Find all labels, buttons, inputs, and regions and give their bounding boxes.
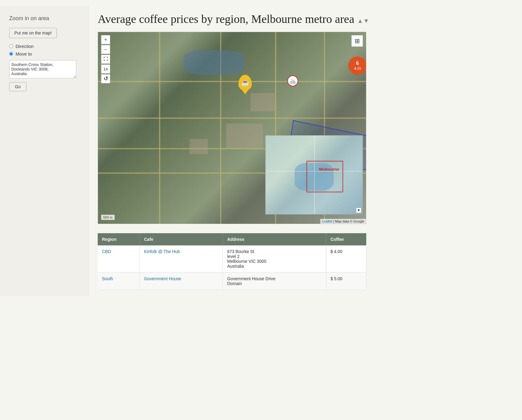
region-link-cbd[interactable]: CBD <box>102 249 111 254</box>
reset-icon: ↺ <box>103 76 108 81</box>
page-wrapper: Zoom in on area Put me on the map! Direc… <box>0 0 522 420</box>
table-body: CBD Kinfolk @ The Hub 673 Bourke Stlevel… <box>98 245 366 290</box>
region-link-south[interactable]: South <box>102 276 113 281</box>
cell-region-1: CBD <box>98 245 140 273</box>
cell-region-2: South <box>98 273 140 290</box>
sidebar-title: Zoom in on area <box>9 15 82 22</box>
minimap-background: Melbourne <box>266 136 363 214</box>
sidebar: Zoom in on area Put me on the map! Direc… <box>0 6 89 296</box>
leaflet-link[interactable]: Leaflet <box>322 219 332 223</box>
zoom-level: 14 <box>101 64 110 74</box>
direction-radio[interactable] <box>9 44 13 48</box>
scale-bar: 500 m <box>101 215 115 220</box>
map-attribution: Leaflet | Map data © Google <box>320 219 366 224</box>
direction-label[interactable]: Direction <box>16 44 34 49</box>
table-row: CBD Kinfolk @ The Hub 673 Bourke Stlevel… <box>98 245 366 273</box>
cell-coffee-1: $ 4.00 <box>326 245 366 273</box>
cell-cafe-1: Kinfolk @ The Hub <box>140 245 223 273</box>
direction-radio-row: Direction <box>9 44 82 49</box>
road <box>98 118 366 119</box>
col-address: Address <box>223 233 326 245</box>
table-header-row: Region Cafe Address Coffee <box>98 233 366 245</box>
move-to-radio-row: Move to <box>9 51 82 56</box>
coffee-pin[interactable]: ☕ <box>238 75 252 91</box>
cell-cafe-2: Government House <box>140 273 223 290</box>
minimap: Melbourne ▼ <box>265 135 363 215</box>
data-table: Region Cafe Address Coffee CBD Ki <box>98 233 366 290</box>
map-container[interactable]: + − ⛶ 14 ↺ ⊞ 6 4.15 <box>98 32 366 224</box>
cafe-link-government-house[interactable]: Government House <box>144 276 181 281</box>
zoom-out-button[interactable]: − <box>101 45 110 54</box>
title-sort-icons[interactable]: ▲▼ <box>357 17 369 24</box>
col-cafe: Cafe <box>140 233 223 245</box>
cafe-link-kinfolk[interactable]: Kinfolk @ The Hub <box>144 249 180 254</box>
cluster-marker-orange[interactable]: 6 4.15 <box>348 56 366 75</box>
collapse-icon: ▼ <box>357 208 361 213</box>
page-title: Average coffee prices by region, Melbour… <box>98 12 507 26</box>
move-to-radio[interactable] <box>9 52 13 56</box>
bike-icon: 🚲 <box>289 78 296 84</box>
minimap-collapse-button[interactable]: ▼ <box>356 208 361 213</box>
address-textarea[interactable]: Southern Cross Station, Docklands VIC 30… <box>9 60 76 78</box>
data-table-wrapper: Region Cafe Address Coffee CBD Ki <box>98 233 366 290</box>
map-controls: + − ⛶ 14 ↺ <box>101 35 110 83</box>
main-content: Average coffee prices by region, Melbour… <box>89 6 516 296</box>
building-block <box>251 93 275 111</box>
bike-marker[interactable]: 🚲 <box>287 75 298 86</box>
water-area <box>183 50 245 75</box>
road <box>98 81 366 82</box>
building-block <box>226 124 263 148</box>
cell-address-1: 673 Bourke Stlevel 2Melbourne VIC 3000Au… <box>223 245 326 273</box>
road <box>159 32 160 224</box>
zoom-in-button[interactable]: + <box>101 35 110 44</box>
table-header: Region Cafe Address Coffee <box>98 233 366 245</box>
col-coffee: Coffee <box>326 233 366 245</box>
table-row: South Government House Government House … <box>98 273 366 290</box>
go-button[interactable]: Go <box>9 82 27 91</box>
attribution-text: | Map data © Google <box>333 219 364 223</box>
layers-icon: ⊞ <box>355 37 360 45</box>
minimap-viewport-rect <box>306 161 343 192</box>
cell-coffee-2: $ 5.00 <box>326 273 366 290</box>
radio-group: Direction Move to <box>9 44 82 56</box>
cluster-count-orange: 6 <box>356 60 359 66</box>
cluster-avg-orange: 4.15 <box>354 66 361 71</box>
reset-button[interactable]: ↺ <box>101 74 110 83</box>
move-to-label[interactable]: Move to <box>16 51 32 56</box>
fullscreen-icon: ⛶ <box>103 57 108 61</box>
col-region: Region <box>98 233 140 245</box>
put-me-on-map-button[interactable]: Put me on the map! <box>9 28 57 38</box>
layers-button[interactable]: ⊞ <box>351 35 363 47</box>
top-section: Zoom in on area Put me on the map! Direc… <box>0 0 522 302</box>
fullscreen-button[interactable]: ⛶ <box>101 55 110 64</box>
cell-address-2: Government House DriveDomain <box>223 273 326 290</box>
coffee-icon: ☕ <box>241 79 249 87</box>
coffee-pin-body: ☕ <box>238 75 252 91</box>
building-block <box>190 139 208 154</box>
